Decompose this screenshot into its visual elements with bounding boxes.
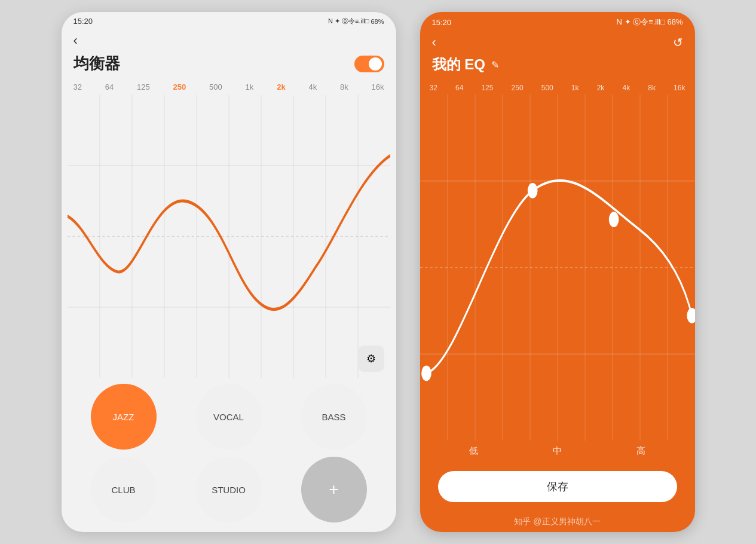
- freq-labels-left: 32 64 125 250 500 1k 2k 4k 8k 16k: [62, 79, 396, 95]
- freq-500: 500: [209, 82, 222, 91]
- refresh-button[interactable]: ↺: [673, 35, 683, 50]
- rfreq-2k: 2k: [597, 84, 605, 92]
- preset-studio[interactable]: STUDIO: [196, 457, 262, 522]
- eq-toggle[interactable]: [354, 56, 384, 72]
- page-title-row-left: 均衡器: [62, 51, 396, 79]
- time-left: 15:20: [74, 17, 93, 26]
- settings-button[interactable]: ⚙: [358, 346, 384, 372]
- preset-add[interactable]: +: [301, 457, 367, 522]
- range-low: 低: [469, 445, 478, 457]
- rfreq-125: 125: [481, 84, 493, 92]
- freq-1k: 1k: [246, 82, 254, 91]
- preset-buttons: JAZZ VOCAL BASS CLUB STUDIO +: [62, 378, 396, 532]
- eq-point-2[interactable]: [527, 183, 537, 198]
- eq-title: 我的 EQ: [432, 55, 485, 74]
- freq-64: 64: [105, 82, 114, 91]
- preset-vocal[interactable]: VOCAL: [196, 384, 262, 450]
- save-btn-area: 保存: [420, 466, 695, 514]
- freq-250: 250: [173, 82, 186, 91]
- edit-icon[interactable]: ✎: [491, 59, 499, 71]
- freq-32: 32: [74, 82, 82, 91]
- freq-2k: 2k: [277, 82, 285, 91]
- status-icons-right: N ✦ ⓪令≡.ill□ 68%: [617, 17, 683, 27]
- preset-row-2: CLUB STUDIO +: [74, 457, 384, 522]
- rfreq-16k: 16k: [674, 84, 685, 92]
- rfreq-64: 64: [455, 84, 463, 92]
- status-bar-left: 15:20 N ✦ ⓪令≡.ill□ 68%: [62, 12, 396, 28]
- freq-labels-right: 32 64 125 250 500 1k 2k 4k 8k 16k: [420, 84, 695, 94]
- save-button[interactable]: 保存: [438, 471, 677, 502]
- eq-point-3[interactable]: [608, 212, 619, 227]
- header-row-right: ‹ ↺: [420, 30, 695, 53]
- eq-svg-left: [68, 95, 390, 378]
- eq-svg-right: [420, 94, 695, 441]
- rfreq-8k: 8k: [648, 84, 656, 92]
- eq-title-row: 我的 EQ ✎: [420, 53, 695, 84]
- status-bar-right: 15:20 N ✦ ⓪令≡.ill□ 68%: [420, 12, 695, 30]
- eq-chart-left: ⚙: [68, 95, 390, 378]
- phone-right: 15:20 N ✦ ⓪令≡.ill□ 68% ‹ ↺ 我的 EQ ✎ 32 64…: [420, 12, 695, 532]
- range-high: 高: [636, 445, 645, 457]
- time-right: 15:20: [432, 18, 452, 27]
- eq-point-4[interactable]: [687, 308, 695, 323]
- phone-left: 15:20 N ✦ ⓪令≡.ill□ 68% ‹ 均衡器 32 64 125 2…: [62, 12, 396, 532]
- watermark: 知乎 @正义男神胡八一: [420, 514, 695, 532]
- eq-point-1[interactable]: [421, 366, 431, 381]
- back-button-left[interactable]: ‹: [74, 33, 78, 48]
- back-button-right[interactable]: ‹: [432, 35, 436, 50]
- preset-club[interactable]: CLUB: [91, 457, 157, 522]
- preset-jazz[interactable]: JAZZ: [91, 384, 157, 450]
- freq-16k: 16k: [372, 82, 384, 91]
- freq-125: 125: [137, 82, 150, 91]
- freq-4k: 4k: [308, 82, 317, 91]
- header-left: ‹: [62, 28, 396, 51]
- rfreq-32: 32: [430, 84, 437, 92]
- rfreq-250: 250: [512, 84, 524, 92]
- preset-row-1: JAZZ VOCAL BASS: [74, 384, 384, 450]
- page-title-left: 均衡器: [74, 53, 120, 74]
- rfreq-1k: 1k: [571, 84, 579, 92]
- preset-bass[interactable]: BASS: [301, 384, 367, 450]
- rfreq-500: 500: [541, 84, 553, 92]
- eq-chart-right: [420, 94, 695, 441]
- status-icons-left: N ✦ ⓪令≡.ill□ 68%: [328, 17, 384, 26]
- freq-8k: 8k: [340, 82, 348, 91]
- range-labels: 低 中 高: [420, 441, 695, 466]
- screenshot-container: 15:20 N ✦ ⓪令≡.ill□ 68% ‹ 均衡器 32 64 125 2…: [0, 0, 756, 544]
- rfreq-4k: 4k: [622, 84, 630, 92]
- range-mid: 中: [553, 445, 562, 457]
